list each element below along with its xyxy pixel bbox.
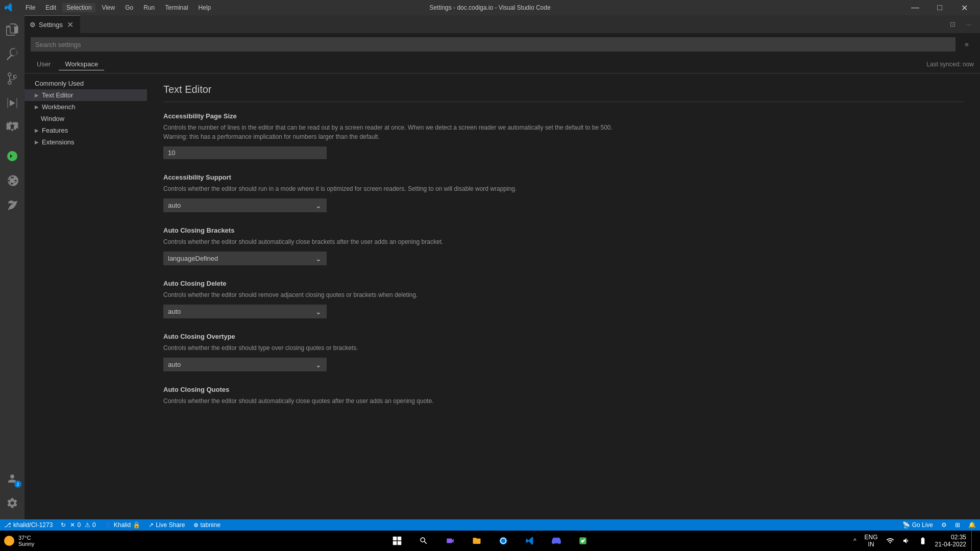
menu-file[interactable]: File bbox=[21, 3, 39, 12]
layout-icon: ⊞ bbox=[955, 521, 960, 529]
nav-item-extensions[interactable]: ▶ Extensions bbox=[24, 136, 147, 148]
more-actions-button[interactable]: ··· bbox=[962, 17, 976, 32]
setting-auto-closing-overtype: Auto Closing Overtype Controls whether t… bbox=[163, 333, 964, 371]
weather-icon bbox=[4, 536, 14, 546]
tab-actions: ⊡ ··· bbox=[945, 17, 980, 32]
tab-bar: ⚙ Settings ✕ ⊡ ··· bbox=[24, 15, 980, 33]
setting-desc-auto-closing-brackets: Controls whether the editor should autom… bbox=[163, 237, 623, 246]
chevron-features: ▶ bbox=[35, 128, 39, 133]
menu-view[interactable]: View bbox=[97, 3, 119, 12]
taskbar-lang-text: ENG bbox=[865, 534, 878, 541]
setting-desc-auto-closing-overtype: Controls whether the editor should type … bbox=[163, 343, 623, 353]
status-live-share[interactable]: ↗ Live Share bbox=[144, 519, 189, 531]
discord-button[interactable] bbox=[544, 531, 569, 551]
settings-tab-close[interactable]: ✕ bbox=[66, 20, 75, 29]
vscode-taskbar-button[interactable] bbox=[518, 531, 542, 551]
menu-selection[interactable]: Selection bbox=[62, 3, 95, 12]
menu-run[interactable]: Run bbox=[139, 3, 159, 12]
nav-label-commonly-used: Commonly Used bbox=[35, 80, 84, 87]
status-settings-icon[interactable]: ⚙ bbox=[937, 519, 951, 531]
setting-desc-accessibility-page-size: Controls the number of lines in the edit… bbox=[163, 123, 623, 141]
nav-item-text-editor[interactable]: ▶ Text Editor bbox=[24, 89, 147, 101]
nav-item-workbench[interactable]: ▶ Workbench bbox=[24, 101, 147, 113]
nav-item-commonly-used[interactable]: Commonly Used bbox=[24, 78, 147, 89]
settings-tab-item[interactable]: ⚙ Settings ✕ bbox=[24, 15, 80, 33]
select-accessibility-support[interactable]: auto on off bbox=[163, 198, 327, 212]
maximize-button[interactable]: □ bbox=[928, 0, 951, 15]
notification-icon: 🔔 bbox=[968, 521, 976, 529]
activity-bar-item-run[interactable] bbox=[0, 91, 24, 115]
activity-bar-item-remote[interactable] bbox=[0, 168, 24, 193]
status-notification-icon[interactable]: 🔔 bbox=[964, 519, 980, 531]
status-branch[interactable]: ⎇ khalid/CI-1273 bbox=[0, 519, 57, 531]
activity-bar-item-leaf[interactable] bbox=[0, 193, 24, 217]
meet-button[interactable] bbox=[438, 531, 462, 551]
taskbar-center bbox=[385, 531, 595, 551]
title-bar-menu: File Edit Selection View Go Run Terminal… bbox=[21, 3, 215, 12]
status-tabnine[interactable]: ⊕ tabnine bbox=[189, 519, 225, 531]
select-auto-closing-overtype[interactable]: auto always never bbox=[163, 358, 327, 371]
minimize-button[interactable]: — bbox=[903, 0, 927, 15]
start-button[interactable] bbox=[385, 531, 409, 551]
go-live-button[interactable]: 📡 Go Live bbox=[898, 519, 937, 531]
menu-terminal[interactable]: Terminal bbox=[161, 3, 192, 12]
nav-item-features[interactable]: ▶ Features bbox=[24, 124, 147, 136]
menu-help[interactable]: Help bbox=[194, 3, 215, 12]
green-app-button[interactable] bbox=[571, 531, 595, 551]
nav-item-window[interactable]: Window bbox=[24, 113, 147, 124]
close-button[interactable]: ✕ bbox=[952, 0, 976, 15]
tabnine-text: tabnine bbox=[201, 521, 220, 529]
taskbar-wifi[interactable] bbox=[883, 531, 897, 551]
menu-edit[interactable]: Edit bbox=[41, 3, 60, 12]
setting-auto-closing-quotes: Auto Closing Quotes Controls whether the… bbox=[163, 386, 964, 406]
activity-bar-item-source-control[interactable] bbox=[0, 66, 24, 91]
branch-icon: ⎇ bbox=[4, 521, 11, 529]
setting-auto-closing-delete: Auto Closing Delete Controls whether the… bbox=[163, 280, 964, 318]
activity-bar-bottom: 2 bbox=[0, 466, 24, 515]
setting-title-auto-closing-brackets: Auto Closing Brackets bbox=[163, 227, 964, 234]
search-input[interactable] bbox=[35, 41, 951, 48]
weather-temp: 37°C bbox=[18, 535, 34, 541]
taskbar-battery[interactable] bbox=[916, 531, 930, 551]
input-accessibility-page-size[interactable] bbox=[163, 146, 327, 159]
menu-go[interactable]: Go bbox=[121, 3, 137, 12]
taskbar: 37°C Sunny ^ ENG bbox=[0, 531, 980, 551]
status-sync[interactable]: ↻ ✕ 0 ⚠ 0 bbox=[57, 519, 100, 531]
setting-accessibility-page-size: Accessibility Page Size Controls the num… bbox=[163, 112, 964, 159]
tab-workspace[interactable]: Workspace bbox=[59, 58, 104, 70]
activity-bar-item-codiga[interactable] bbox=[0, 144, 24, 168]
taskbar-left: 37°C Sunny bbox=[4, 535, 38, 547]
nav-label-features: Features bbox=[42, 127, 68, 134]
taskbar-clock[interactable]: 02:35 21-04-2022 bbox=[932, 531, 969, 551]
live-share-icon: ↗ bbox=[149, 521, 154, 529]
select-auto-closing-delete[interactable]: auto always never bbox=[163, 305, 327, 318]
clock-display: 02:35 21-04-2022 bbox=[935, 534, 966, 548]
filter-button[interactable]: ≡ bbox=[960, 37, 974, 52]
taskbar-weather[interactable]: 37°C Sunny bbox=[18, 535, 34, 547]
setting-desc-auto-closing-quotes: Controls whether the editor should autom… bbox=[163, 396, 623, 406]
setting-accessibility-support: Accessibility Support Controls whether t… bbox=[163, 173, 964, 212]
edge-button[interactable] bbox=[491, 531, 516, 551]
split-editor-button[interactable]: ⊡ bbox=[945, 17, 960, 32]
status-layout-icon[interactable]: ⊞ bbox=[951, 519, 964, 531]
activity-bar-item-explorer[interactable] bbox=[0, 17, 24, 42]
select-auto-closing-brackets[interactable]: languageDefined always beforeWhitespace … bbox=[163, 252, 327, 265]
tab-user[interactable]: User bbox=[31, 58, 57, 70]
accounts-button[interactable]: 2 bbox=[0, 466, 24, 491]
settings-nav: Commonly Used ▶ Text Editor ▶ Workbench … bbox=[24, 73, 147, 519]
window-title: Settings - doc.codiga.io - Visual Studio… bbox=[429, 4, 550, 11]
files-button[interactable] bbox=[464, 531, 489, 551]
taskbar-volume[interactable] bbox=[899, 531, 914, 551]
remote-icon: 👤 bbox=[104, 521, 112, 529]
status-remote[interactable]: 👤 Khalid 🔒 bbox=[100, 519, 144, 531]
activity-bar-item-extensions[interactable] bbox=[0, 115, 24, 140]
taskbar-chevron-up[interactable]: ^ bbox=[850, 531, 860, 551]
setting-desc-auto-closing-delete: Controls whether the editor should remov… bbox=[163, 290, 623, 299]
search-taskbar-button[interactable] bbox=[411, 531, 436, 551]
settings-button[interactable] bbox=[0, 491, 24, 515]
taskbar-show-desktop[interactable] bbox=[971, 531, 976, 551]
taskbar-lang[interactable]: ENG IN bbox=[862, 531, 881, 551]
select-wrapper-auto-closing-delete: auto always never bbox=[163, 305, 327, 318]
lock-icon: 🔒 bbox=[133, 521, 140, 529]
activity-bar-item-search[interactable] bbox=[0, 42, 24, 66]
